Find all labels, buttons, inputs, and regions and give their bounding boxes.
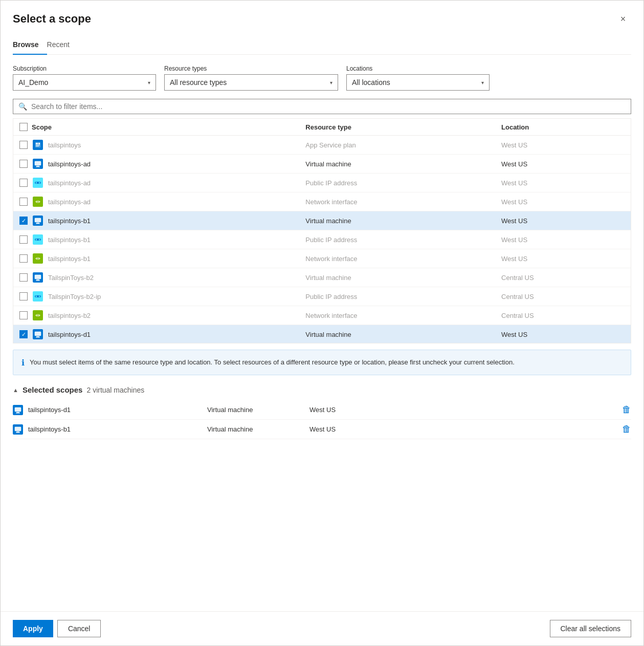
locations-dropdown[interactable]: All locations ▾ (346, 74, 490, 91)
resource-type-cell-7: Network interface (299, 249, 495, 268)
row-checkbox-5[interactable]: ✓ (19, 217, 28, 225)
selected-item-name-2: tailspintoys-b1 (28, 425, 207, 433)
subscription-value: AI_Demo (18, 78, 48, 87)
table-row: tailspintoys-ad Virtual machine West US (13, 155, 631, 174)
ni-icon (33, 253, 43, 264)
selected-scopes-title: Selected scopes (23, 385, 83, 394)
svg-point-10 (36, 182, 37, 184)
table-row: TailspinToys-b2-ip Public IP address Cen… (13, 287, 631, 306)
vm-icon (13, 405, 23, 415)
svg-rect-28 (36, 281, 40, 281)
dialog-footer: Apply Cancel Clear all selections (1, 611, 643, 645)
selected-scopes-section: ▲ Selected scopes 2 virtual machines tai… (13, 385, 631, 439)
svg-rect-39 (15, 407, 21, 412)
svg-rect-35 (35, 332, 41, 336)
svg-rect-32 (37, 296, 38, 297)
dialog-title: Select a scope (13, 12, 91, 26)
ni-icon (33, 197, 43, 207)
info-text: You must select items of the same resour… (30, 357, 515, 368)
row-checkbox-10[interactable] (19, 311, 28, 319)
table-row: tailspintoys-b1 Public IP address West U… (13, 230, 631, 249)
info-banner: ℹ You must select items of the same reso… (13, 350, 631, 375)
row-checkbox-9[interactable] (19, 292, 28, 300)
table-row: TailspinToys-b2 Virtual machine Central … (13, 268, 631, 287)
selected-scopes-header: ▲ Selected scopes 2 virtual machines (13, 385, 631, 394)
table-row: tailspintoys-b1 Network interface West U… (13, 249, 631, 268)
svg-rect-38 (36, 337, 40, 338)
table-container: Scope Resource type Location (13, 118, 631, 343)
subscription-filter: Subscription AI_Demo ▾ (13, 65, 156, 91)
row-checkbox-3[interactable] (19, 179, 28, 187)
scope-cell-10: tailspintoys-b2 (13, 306, 299, 325)
selected-item-type-1: Virtual machine (207, 406, 309, 414)
location-cell-10: Central US (495, 306, 631, 325)
location-cell-4: West US (495, 192, 631, 211)
delete-item-button-2[interactable]: 🗑 (622, 424, 631, 435)
search-input[interactable] (31, 102, 626, 111)
scope-cell-8: TailspinToys-b2 (13, 268, 299, 287)
tab-recent[interactable]: Recent (47, 35, 78, 55)
svg-point-21 (39, 239, 40, 241)
location-column-header: Location (495, 119, 631, 136)
row-checkbox-1[interactable] (19, 141, 28, 149)
svg-point-20 (36, 239, 37, 241)
row-checkbox-4[interactable] (19, 198, 28, 206)
svg-rect-1 (36, 143, 38, 144)
select-all-checkbox[interactable] (19, 123, 28, 131)
svg-rect-15 (35, 218, 41, 222)
location-cell-6: West US (495, 230, 631, 249)
table-row: tailspintoys-ad Public IP address West U… (13, 174, 631, 192)
tab-browse[interactable]: Browse (13, 35, 47, 55)
scope-name-7: tailspintoys-b1 (48, 255, 91, 263)
subscription-arrow-icon: ▾ (148, 80, 150, 85)
resource-types-dropdown[interactable]: All resource types ▾ (164, 74, 338, 91)
svg-rect-43 (15, 427, 21, 431)
selected-item-loc-2: West US (309, 425, 622, 433)
resource-type-cell-10: Network interface (299, 306, 495, 325)
cancel-button[interactable]: Cancel (57, 620, 101, 637)
scope-name-8: TailspinToys-b2 (48, 274, 94, 282)
svg-rect-25 (35, 275, 41, 279)
svg-rect-42 (16, 413, 20, 413)
resource-types-value: All resource types (170, 78, 227, 87)
svg-point-24 (37, 258, 38, 259)
resource-type-cell-11: Virtual machine (299, 325, 495, 344)
filters-row: Subscription AI_Demo ▾ Resource types Al… (13, 65, 631, 91)
ip-icon (33, 234, 43, 245)
locations-label: Locations (346, 65, 490, 72)
row-checkbox-7[interactable] (19, 254, 28, 263)
vm-icon (33, 329, 43, 339)
row-checkbox-8[interactable] (19, 273, 28, 282)
clear-all-button[interactable]: Clear all selections (550, 620, 632, 637)
table-row: tailspintoys App Service plan West US (13, 136, 631, 155)
svg-rect-3 (36, 145, 40, 145)
svg-point-34 (37, 315, 38, 316)
ni-icon (33, 310, 43, 320)
ip-icon (33, 178, 43, 188)
scope-name-1: tailspintoys (48, 141, 81, 149)
resource-types-filter: Resource types All resource types ▾ (164, 65, 338, 91)
svg-rect-45 (16, 432, 19, 433)
close-button[interactable]: × (615, 11, 631, 27)
collapse-icon[interactable]: ▲ (13, 387, 18, 393)
resource-type-column-header: Resource type (299, 119, 495, 136)
delete-item-button-1[interactable]: 🗑 (622, 404, 631, 415)
svg-rect-7 (36, 166, 39, 167)
locations-arrow-icon: ▾ (481, 80, 484, 85)
select-scope-dialog: Select a scope × Browse Recent Subscript… (0, 0, 644, 646)
row-checkbox-2[interactable] (19, 160, 28, 168)
vm-icon (33, 272, 43, 283)
scope-cell-5: ✓ tailspintoys-b1 (13, 211, 299, 230)
scope-table: Scope Resource type Location (13, 119, 631, 343)
scope-name-6: tailspintoys-b1 (48, 236, 91, 244)
location-cell-1: West US (495, 136, 631, 155)
svg-rect-8 (36, 167, 40, 167)
subscription-dropdown[interactable]: AI_Demo ▾ (13, 74, 156, 91)
apply-button[interactable]: Apply (13, 620, 53, 637)
row-checkbox-6[interactable] (19, 235, 28, 244)
row-checkbox-11[interactable]: ✓ (19, 330, 28, 338)
dialog-body: Browse Recent Subscription AI_Demo ▾ Res… (1, 35, 643, 611)
search-icon: 🔍 (18, 102, 27, 111)
selected-items-list: tailspintoys-d1 Virtual machine West US … (13, 400, 631, 439)
scope-cell-4: tailspintoys-ad (13, 192, 299, 211)
